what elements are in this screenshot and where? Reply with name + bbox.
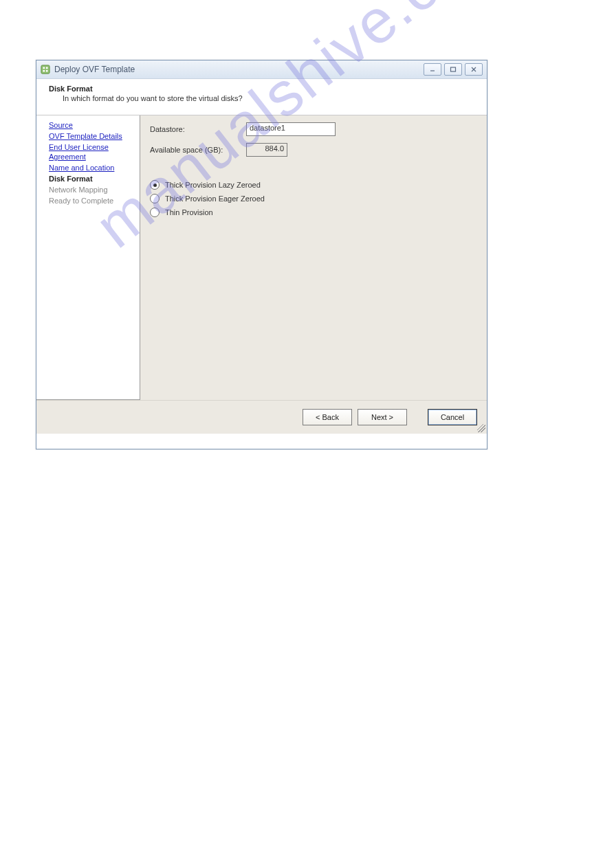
radio-label-thick-lazy: Thick Provision Lazy Zeroed [165,181,261,189]
datastore-label: Datastore: [150,125,246,133]
sidebar-item-disk-format: Disk Format [36,173,140,184]
app-icon [41,65,50,74]
available-space-label: Available space (GB): [150,146,246,154]
sidebar-item-source[interactable]: Source [36,120,140,131]
resize-grip-icon[interactable] [477,424,485,432]
radio-thick-lazy[interactable]: Thick Provision Lazy Zeroed [150,180,477,190]
svg-rect-2 [46,67,48,69]
body-area: Source OVF Template Details End User Lic… [36,115,487,400]
button-bar: < Back Next > Cancel [36,400,487,434]
dialog-window: Deploy OVF Template Disk Format In which… [36,60,487,449]
svg-rect-0 [41,65,50,74]
radio-label-thick-eager: Thick Provision Eager Zeroed [165,194,265,203]
radio-input-thin[interactable] [150,208,160,217]
disk-format-radio-group: Thick Provision Lazy Zeroed Thick Provis… [150,180,477,217]
back-button[interactable]: < Back [303,409,352,425]
maximize-button[interactable] [444,63,462,76]
window-title: Deploy OVF Template [54,65,424,74]
radio-label-thin: Thin Provision [165,208,213,216]
radio-input-thick-eager[interactable] [150,194,160,203]
svg-rect-1 [43,67,45,69]
titlebar[interactable]: Deploy OVF Template [36,60,487,79]
page-subtitle: In which format do you want to store the… [63,94,477,102]
minimize-button[interactable] [424,63,441,76]
close-button[interactable] [465,63,483,76]
available-space-field: 884.0 [246,143,287,157]
wizard-steps-sidebar: Source OVF Template Details End User Lic… [36,115,140,400]
radio-input-thick-lazy[interactable] [150,180,160,190]
main-panel: Datastore: datastore1 Available space (G… [140,115,487,400]
next-button[interactable]: Next > [358,409,407,425]
datastore-field: datastore1 [246,122,336,136]
sidebar-item-name-location[interactable]: Name and Location [36,162,140,173]
available-space-row: Available space (GB): 884.0 [150,143,477,157]
sidebar-item-ready-complete: Ready to Complete [36,195,140,206]
svg-rect-4 [46,70,48,72]
header-area: Disk Format In which format do you want … [36,79,487,115]
cancel-button[interactable]: Cancel [428,409,477,425]
datastore-row: Datastore: datastore1 [150,122,477,136]
sidebar-item-ovf-details[interactable]: OVF Template Details [36,131,140,142]
window-controls [424,63,483,76]
sidebar-item-network-mapping: Network Mapping [36,184,140,195]
page-title: Disk Format [49,85,477,93]
radio-thin[interactable]: Thin Provision [150,208,477,217]
svg-rect-3 [43,70,45,72]
radio-thick-eager[interactable]: Thick Provision Eager Zeroed [150,194,477,203]
svg-rect-6 [451,67,456,71]
sidebar-item-eula[interactable]: End User License Agreement [36,142,140,162]
